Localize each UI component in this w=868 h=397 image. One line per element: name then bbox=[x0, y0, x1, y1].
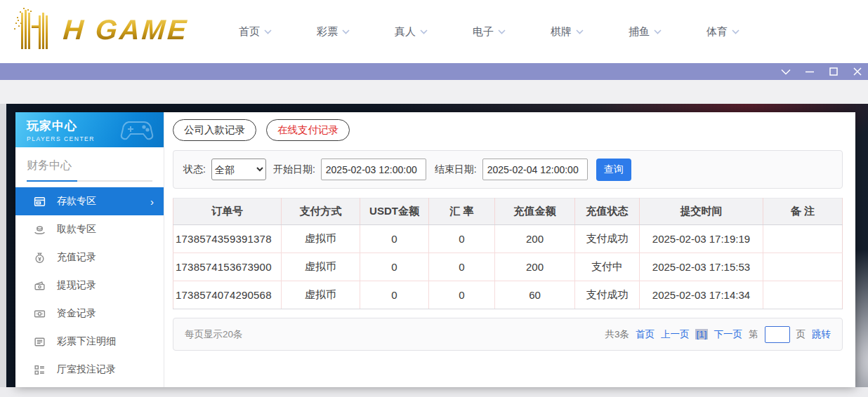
chevron-right-icon: › bbox=[150, 196, 154, 207]
chevron-down-icon bbox=[264, 29, 272, 34]
logo[interactable]: H GAME bbox=[11, 7, 188, 52]
pager: 共3条 首页 上一页 [1] 下一页 第 页 跳转 bbox=[605, 326, 831, 343]
recharge-record-icon bbox=[34, 252, 46, 264]
payment-records-table: 订单号 支付方式 USDT金额 汇 率 充值金额 充值状态 提交时间 备 注 1… bbox=[173, 198, 843, 309]
nav-label: 体育 bbox=[706, 25, 728, 39]
col-recharge-amount: 充值金额 bbox=[495, 198, 575, 225]
sidebar-item-label: 资金记录 bbox=[57, 307, 96, 320]
current-page-indicator: [1] bbox=[695, 329, 707, 339]
sidebar-item-label: 取款专区 bbox=[57, 223, 96, 236]
sidebar-item-lottery-bets[interactable]: 彩票下注明细 bbox=[15, 328, 164, 356]
sidebar-item-recharge-records[interactable]: 充值记录 bbox=[15, 243, 164, 271]
sidebar: 玩家中心 PLAYERS CENTER 财务中心 存款专区 › bbox=[15, 112, 164, 387]
collapse-icon[interactable] bbox=[781, 67, 791, 76]
window-titlebar bbox=[0, 63, 868, 80]
close-icon[interactable] bbox=[853, 67, 862, 76]
cell-exchange-rate: 0 bbox=[429, 225, 495, 253]
table-row: 1738574153673900 虚拟币 0 0 200 支付中 2025-02… bbox=[173, 253, 843, 281]
first-page-link[interactable]: 首页 bbox=[636, 328, 655, 341]
status-select[interactable]: 全部 bbox=[211, 159, 266, 180]
table-row: 1738574074290568 虚拟币 0 0 60 支付成功 2025-02… bbox=[173, 281, 843, 309]
tab-online-payment-records[interactable]: 在线支付记录 bbox=[266, 119, 350, 141]
start-date-input[interactable] bbox=[321, 159, 426, 180]
sidebar-item-label: 充值记录 bbox=[57, 251, 96, 264]
cell-payment-method: 虚拟币 bbox=[282, 225, 360, 253]
nav-label: 彩票 bbox=[317, 25, 338, 39]
nav-item-home[interactable]: 首页 bbox=[239, 25, 272, 39]
cell-remark bbox=[763, 225, 843, 253]
withdraw-icon bbox=[34, 224, 46, 236]
sidebar-item-label: 彩票下注明细 bbox=[57, 335, 116, 348]
sidebar-item-hall-bets[interactable]: 厅室投注记录 bbox=[15, 356, 164, 384]
cell-usdt-amount: 0 bbox=[360, 225, 429, 253]
sidebar-item-funds-records[interactable]: 资金记录 bbox=[15, 300, 164, 328]
next-page-link[interactable]: 下一页 bbox=[714, 328, 743, 341]
chevron-down-icon bbox=[420, 29, 428, 34]
total-count-text: 共3条 bbox=[605, 328, 629, 341]
col-recharge-status: 充值状态 bbox=[575, 198, 640, 225]
start-date-label: 开始日期: bbox=[273, 163, 315, 176]
sidebar-item-withdrawal-records[interactable]: 提现记录 bbox=[15, 271, 164, 300]
main-nav: 首页 彩票 真人 电子 棋牌 捕鱼 体育 bbox=[239, 0, 739, 63]
deposit-icon bbox=[34, 196, 46, 208]
sidebar-menu: 存款专区 › 取款专区 充值记录 提现记录 bbox=[15, 187, 164, 384]
col-exchange-rate: 汇 率 bbox=[429, 198, 495, 225]
cell-recharge-amount: 60 bbox=[495, 281, 575, 309]
end-date-label: 结束日期: bbox=[435, 163, 477, 176]
pagination-bar: 每页显示20条 共3条 首页 上一页 [1] 下一页 第 页 跳转 bbox=[173, 318, 843, 351]
site-header: H GAME 首页 彩票 真人 电子 棋牌 捕鱼 体育 bbox=[0, 0, 868, 63]
cell-recharge-amount: 200 bbox=[495, 225, 575, 253]
table-row: 1738574359391378 虚拟币 0 0 200 支付成功 2025-0… bbox=[173, 225, 843, 253]
tab-company-deposit-records[interactable]: 公司入款记录 bbox=[173, 119, 256, 141]
sidebar-item-withdraw[interactable]: 取款专区 bbox=[15, 215, 164, 243]
minimize-icon[interactable] bbox=[805, 67, 815, 76]
cell-submit-time: 2025-02-03 17:19:19 bbox=[640, 225, 763, 253]
cell-payment-method: 虚拟币 bbox=[282, 253, 360, 281]
main-content: 公司入款记录 在线支付记录 状态: 全部 开始日期: 结束日期: 查询 订单号 … bbox=[164, 112, 855, 387]
cell-submit-time: 2025-02-03 17:15:53 bbox=[640, 253, 763, 281]
funds-record-icon bbox=[34, 308, 46, 320]
end-date-input[interactable] bbox=[482, 159, 588, 180]
sidebar-item-deposit[interactable]: 存款专区 › bbox=[15, 187, 164, 215]
cell-recharge-status: 支付成功 bbox=[575, 225, 640, 253]
filter-bar: 状态: 全部 开始日期: 结束日期: 查询 bbox=[173, 150, 843, 189]
nav-label: 电子 bbox=[473, 25, 494, 39]
sidebar-section-title: 财务中心 bbox=[15, 147, 164, 173]
chevron-down-icon bbox=[342, 29, 350, 34]
page-number-input[interactable] bbox=[765, 326, 790, 343]
page-size-text: 每页显示20条 bbox=[185, 328, 243, 341]
bottom-frame-strip bbox=[0, 387, 868, 397]
status-label: 状态: bbox=[183, 163, 206, 176]
page-suffix-text: 页 bbox=[796, 328, 806, 341]
cell-usdt-amount: 0 bbox=[360, 253, 429, 281]
gamepad-icon bbox=[120, 116, 157, 143]
nav-item-fishing[interactable]: 捕鱼 bbox=[629, 25, 662, 39]
sidebar-section-underline bbox=[27, 180, 152, 182]
col-remark: 备 注 bbox=[763, 198, 843, 225]
sidebar-item-label: 存款专区 bbox=[57, 195, 96, 208]
jump-link[interactable]: 跳转 bbox=[812, 328, 831, 341]
logo-text: H GAME bbox=[62, 14, 189, 46]
chevron-down-icon bbox=[654, 29, 662, 34]
nav-item-sports[interactable]: 体育 bbox=[706, 25, 739, 39]
cell-order-id: 1738574074290568 bbox=[173, 281, 282, 309]
lottery-bets-icon bbox=[34, 336, 46, 348]
hall-bets-icon bbox=[34, 364, 46, 376]
search-button[interactable]: 查询 bbox=[596, 159, 631, 181]
col-submit-time: 提交时间 bbox=[640, 198, 763, 225]
nav-label: 首页 bbox=[239, 25, 260, 39]
nav-item-cards[interactable]: 棋牌 bbox=[551, 25, 584, 39]
cell-recharge-status: 支付中 bbox=[575, 253, 640, 281]
cell-remark bbox=[763, 281, 843, 309]
prev-page-link[interactable]: 上一页 bbox=[661, 328, 690, 341]
page-prefix-text: 第 bbox=[749, 328, 758, 341]
maximize-icon[interactable] bbox=[829, 67, 839, 76]
nav-item-slots[interactable]: 电子 bbox=[473, 25, 506, 39]
nav-label: 捕鱼 bbox=[629, 25, 650, 39]
col-order-id: 订单号 bbox=[173, 198, 282, 225]
toolbar-strip bbox=[0, 80, 868, 104]
nav-item-live[interactable]: 真人 bbox=[395, 25, 428, 39]
cell-exchange-rate: 0 bbox=[429, 253, 495, 281]
nav-item-lottery[interactable]: 彩票 bbox=[317, 25, 350, 39]
sidebar-item-label: 提现记录 bbox=[57, 279, 96, 292]
